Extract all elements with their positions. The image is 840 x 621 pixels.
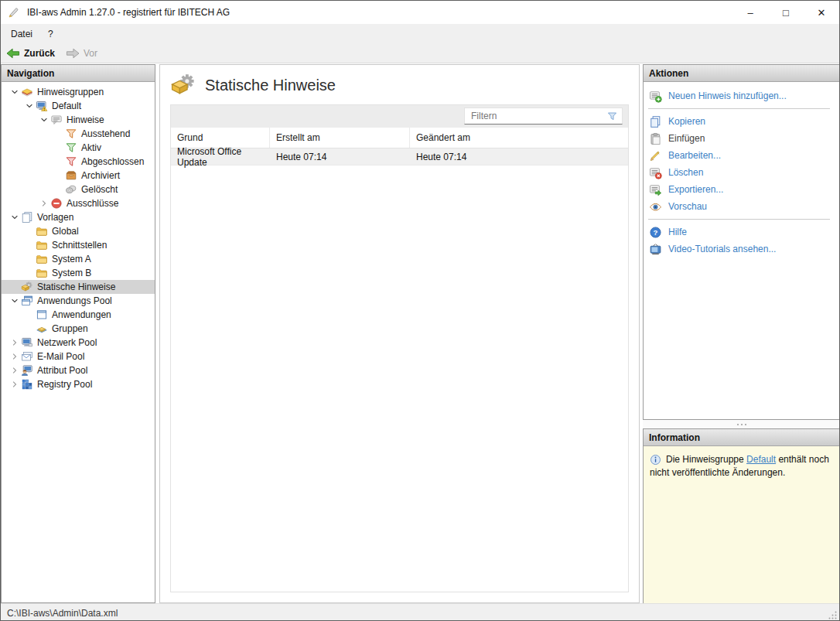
chevron-spacer — [22, 322, 36, 335]
table-row[interactable]: Microsoft Office UpdateHeute 07:14Heute … — [171, 148, 628, 165]
action-label: Video-Tutorials ansehen... — [668, 244, 776, 254]
chevron-right-icon[interactable] — [8, 350, 21, 363]
chevron-down-icon[interactable] — [8, 295, 21, 307]
tree-item-e-mail-pool[interactable]: E-Mail Pool — [2, 350, 155, 363]
menu-item-datei[interactable]: Datei — [3, 24, 40, 43]
panel-splitter-handle[interactable] — [643, 420, 840, 428]
tree-item-schnittstellen[interactable]: Schnittstellen — [2, 238, 155, 252]
notices-list: GrundErstellt amGeändert am Microsoft Of… — [170, 104, 629, 592]
tree-item-attribut-pool[interactable]: Attribut Pool — [2, 363, 155, 377]
info-icon — [650, 454, 661, 466]
filter-funnel-icon[interactable] — [606, 111, 618, 122]
forward-button[interactable]: Vor — [60, 45, 103, 62]
registry-pool-icon — [21, 378, 33, 391]
tree-item-netzwerk-pool[interactable]: Netzwerk Pool — [2, 336, 155, 350]
tree-item-statische-hinweise[interactable]: Statische Hinweise — [2, 280, 155, 294]
chevron-down-icon[interactable] — [8, 86, 21, 98]
tree-item-ausschluesse[interactable]: Ausschlüsse — [2, 196, 155, 210]
tree-item-global[interactable]: Global — [2, 224, 155, 238]
tree-item-ausstehend[interactable]: Ausstehend — [2, 127, 155, 141]
chevron-right-icon[interactable] — [8, 336, 21, 349]
action-label: Neuen Hinweis hinzufügen... — [668, 90, 787, 101]
app-pool-icon — [21, 295, 33, 307]
tree-item-geloescht[interactable]: Gelöscht — [2, 183, 155, 196]
tree-item-label: System B — [52, 268, 91, 278]
tree-item-label: Ausschlüsse — [67, 198, 118, 209]
chevron-spacer — [52, 155, 65, 168]
tree-item-default[interactable]: Default — [2, 99, 155, 113]
tree-item-system-b[interactable]: System B — [2, 266, 155, 280]
action-loeschen[interactable]: Löschen — [644, 164, 840, 181]
chevron-spacer — [22, 309, 36, 321]
tree-item-label: E-Mail Pool — [37, 351, 84, 362]
tree-item-gruppen[interactable]: Gruppen — [2, 322, 155, 336]
tree-item-label: Schnittstellen — [52, 240, 107, 251]
tree-item-label: System A — [52, 254, 91, 264]
chevron-down-icon[interactable] — [8, 211, 21, 223]
tree-item-label: Gruppen — [52, 323, 88, 334]
chevron-right-icon[interactable] — [8, 378, 21, 391]
tree-item-archiviert[interactable]: Archiviert — [2, 169, 155, 183]
tree-item-vorlagen[interactable]: Vorlagen — [2, 210, 155, 224]
column-header-geaendert-am[interactable]: Geändert am — [410, 128, 628, 148]
back-button[interactable]: Zurück — [1, 45, 60, 62]
chevron-right-icon[interactable] — [8, 364, 21, 377]
chevron-spacer — [52, 183, 65, 196]
tree-item-hinweise[interactable]: Hinweise — [2, 113, 155, 127]
actions-separator — [648, 219, 830, 220]
main-panel: Statische Hinweise GrundErstellt amGeänd… — [159, 64, 640, 603]
static-notices-icon — [170, 72, 196, 98]
menu-item-help[interactable]: ? — [40, 24, 61, 43]
filter-input[interactable] — [465, 111, 606, 121]
tree-item-system-a[interactable]: System A — [2, 252, 155, 266]
minimize-button[interactable]: – — [732, 1, 768, 24]
table-cell: Heute 07:14 — [410, 148, 628, 165]
tree-item-registry-pool[interactable]: Registry Pool — [2, 377, 155, 391]
notice-group-icon — [36, 100, 48, 112]
filter-completed-icon — [65, 155, 77, 168]
email-pool-icon — [21, 350, 33, 363]
action-kopieren[interactable]: Kopieren — [644, 113, 840, 130]
action-vorschau[interactable]: Vorschau — [644, 198, 840, 215]
action-video-tutorials-ansehen[interactable]: Video-Tutorials ansehen... — [644, 241, 840, 258]
attribute-pool-icon — [21, 364, 33, 377]
maximize-button[interactable]: □ — [768, 1, 804, 24]
action-neuen-hinweis-hinzufuegen[interactable]: Neuen Hinweis hinzufügen... — [644, 87, 840, 104]
tree-item-anwendungen[interactable]: Anwendungen — [2, 308, 155, 322]
tree-item-hinweisgruppen[interactable]: Hinweisgruppen — [2, 85, 155, 99]
resize-grip-icon[interactable] — [828, 610, 838, 620]
information-message: Die Hinweisgruppe Default enthält noch n… — [644, 446, 840, 603]
tree-item-label: Hinweisgruppen — [37, 87, 104, 97]
chevron-right-icon[interactable] — [37, 197, 50, 210]
filter-pending-icon — [65, 128, 77, 140]
note-delete-icon — [649, 166, 662, 179]
tree-item-anwendungs-pool[interactable]: Anwendungs Pool — [2, 294, 155, 308]
action-bearbeiten[interactable]: Bearbeiten... — [644, 147, 840, 164]
tree-item-label: Ausstehend — [81, 128, 130, 139]
page-title: Statische Hinweise — [205, 77, 336, 94]
tree-item-label: Anwendungen — [52, 309, 111, 320]
menu-bar: Datei ? — [1, 24, 839, 43]
main-header: Statische Hinweise — [170, 72, 336, 98]
action-label: Exportieren... — [668, 184, 723, 195]
tree-item-label: Global — [52, 226, 79, 237]
window-title: IBI-aws Admin 1.27.0 - registriert für I… — [27, 7, 230, 18]
chevron-down-icon[interactable] — [37, 114, 50, 126]
column-header-erstellt-am[interactable]: Erstellt am — [270, 128, 410, 148]
exclusion-icon — [50, 197, 63, 210]
action-hilfe[interactable]: ?Hilfe — [644, 223, 840, 241]
action-exportieren[interactable]: Exportieren... — [644, 181, 840, 198]
tree-item-aktiv[interactable]: Aktiv — [2, 141, 155, 155]
tree-item-label: Archiviert — [81, 170, 120, 181]
chevron-down-icon[interactable] — [22, 100, 36, 112]
column-header-grund[interactable]: Grund — [171, 128, 270, 148]
forward-button-label: Vor — [84, 48, 97, 59]
tree-item-label: Gelöscht — [81, 184, 118, 195]
chevron-spacer — [22, 225, 36, 237]
information-panel: Information Die Hinweisgruppe Default en… — [643, 428, 840, 603]
close-button[interactable]: ✕ — [804, 1, 839, 24]
chevron-spacer — [52, 128, 65, 140]
tree-item-abgeschlossen[interactable]: Abgeschlossen — [2, 155, 155, 169]
action-label: Kopieren — [668, 116, 705, 127]
info-default-link[interactable]: Default — [746, 454, 776, 465]
